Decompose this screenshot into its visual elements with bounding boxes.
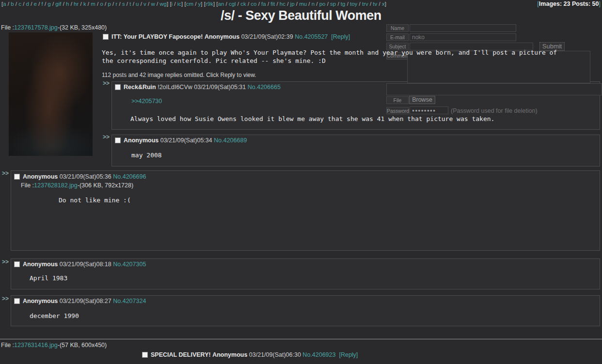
password-input[interactable]: ●●●●●●●● [410,106,448,114]
op-post-number-link[interactable]: No.4205527 [295,33,328,40]
reply-post-4207305: Anonymous 03/21/09(Sat)08:18 No.4207305 … [11,258,600,289]
reply-file-info: File :1237628182.jpg-(306 KB, 792x1728) [21,182,133,189]
reply-checkbox[interactable] [115,84,121,90]
imageboard-page: [a / b / c / d / e / f / g / gif / h / h… [0,0,602,364]
omitted-posts-note: 112 posts and 42 image replies omitted. … [102,72,256,78]
thread2-date: 03/21/09(Sat)06:30 [249,351,301,358]
thread2-header: SPECIAL DELIVERY! Anonymous 03/21/09(Sat… [142,351,358,358]
reply-date: 03/21/09(Sat)05:34 [160,137,212,144]
reply-side-arrow: >> [2,170,9,177]
thread-divider [0,339,602,339]
email-input[interactable]: noko [410,33,516,41]
op-checkbox[interactable] [103,34,109,40]
thread2-checkbox[interactable] [142,352,148,358]
thread2-poster-name: Anonymous [212,351,247,358]
reply-side-arrow: >> [2,258,9,265]
reply-date: 03/21/09(Sat)08:27 [60,298,111,304]
reply-text: Do not like mine :( [59,196,131,204]
reply-poster-name: Anonymous [23,298,58,304]
reply-header: Anonymous 03/21/09(Sat)08:27 No.4207324 [14,298,146,304]
submit-button[interactable]: Submit [539,42,565,51]
comment-label: Comment [386,52,409,60]
name-input[interactable] [410,24,516,32]
reply-checkbox[interactable] [115,137,121,143]
thread2-file-label: File : [1,342,14,349]
reply-file-meta: -(306 KB, 792x1728) [78,182,133,189]
op-reply-link[interactable]: [Reply] [331,33,350,40]
thread2-file-meta: -(57 KB, 600x450) [58,342,107,349]
reply-post-number-link[interactable]: No.4206689 [214,137,247,144]
comment-textarea[interactable] [407,51,590,83]
reply-post-number-link[interactable]: No.4206696 [113,173,146,180]
reply-side-arrow: >> [103,134,110,140]
subject-input[interactable] [410,43,533,50]
reply-post-4206696: Anonymous 03/21/09(Sat)05:36 No.4206696 … [11,170,600,251]
op-file-meta: -(32 KB, 325x480) [58,24,107,31]
comment-textarea-extension[interactable] [386,83,602,95]
thread2-file-info: File :1237631416.jpg-(57 KB, 600x450) [1,342,107,349]
op-subject: ITT: Your PLAYBOY Faposcope! [111,33,203,40]
reply-file-label: File : [21,182,34,189]
op-date: 03/21/09(Sat)02:39 [241,33,293,40]
thread2-subject: SPECIAL DELIVERY! [151,351,211,358]
op-poster-name: Anonymous [205,33,239,40]
reply-checkbox[interactable] [14,261,20,267]
reply-date: 03/21/09(Sat)05:36 [60,173,111,180]
reply-header: Reck&Ruin !2oILdI6CVw 03/21/09(Sat)05:31… [115,84,281,91]
reply-post-number-link[interactable]: No.4207324 [113,298,146,304]
browse-button[interactable]: Browse [409,96,435,104]
reply-poster-name: Anonymous [23,173,58,180]
file-label: File [386,96,409,104]
quote-backlink: >>4205730 [131,98,162,105]
reply-text: Always loved how Susie Owens looked it b… [130,115,494,123]
thread2-file-link[interactable]: 1237631416.jpg [14,342,58,349]
reply-post-4206689: Anonymous 03/21/09(Sat)05:34 No.4206689 … [111,135,600,167]
name-label: Name [386,24,409,32]
reply-checkbox[interactable] [14,174,20,180]
subject-label: Subject [386,43,409,50]
reply-post-number-link[interactable]: No.4207305 [113,261,146,268]
reply-date: 03/21/09(Sat)08:18 [60,261,111,268]
reply-post-4207324: Anonymous 03/21/09(Sat)08:27 No.4207324 … [11,295,600,326]
reply-side-arrow: >> [103,80,110,87]
reply-header: Anonymous 03/21/09(Sat)05:34 No.4206689 [115,137,247,144]
reply-poster-name: Anonymous [23,261,58,268]
op-file-link[interactable]: 1237617578.jpg [14,24,58,31]
op-header: ITT: Your PLAYBOY Faposcope! Anonymous 0… [103,33,350,40]
op-file-info: File :1237617578.jpg-(32 KB, 325x480) [1,24,107,31]
password-label: Password [386,107,409,114]
reply-poster-name: Reck&Ruin [124,84,156,91]
thread2-reply-link[interactable]: [Reply] [339,351,358,358]
thread2-post-number-link[interactable]: No.4206923 [302,351,335,358]
reply-post-number-link[interactable]: No.4206665 [248,84,281,91]
reply-file-link[interactable]: 1237628182.jpg [34,182,78,189]
quote-backlink-anchor[interactable]: >>4205730 [131,98,162,105]
reply-side-arrow: >> [2,295,9,302]
password-hint: (Password used for file deletion) [451,107,538,114]
reply-header: Anonymous 03/21/09(Sat)08:18 No.4207305 [14,261,146,268]
email-label: E-mail [386,33,409,41]
reply-header: Anonymous 03/21/09(Sat)05:36 No.4206696 [14,173,146,180]
reply-text: April 1983 [30,274,67,282]
reply-text: may 2008 [131,151,162,159]
reply-checkbox[interactable] [14,298,20,304]
reply-tripcode: !2oILdI6CVw [158,84,192,91]
reply-poster-name: Anonymous [124,137,158,144]
reply-text: december 1990 [30,312,79,320]
reply-date: 03/21/09(Sat)05:31 [194,84,246,91]
op-thumbnail-image[interactable] [9,32,93,156]
op-file-label: File : [1,24,14,31]
